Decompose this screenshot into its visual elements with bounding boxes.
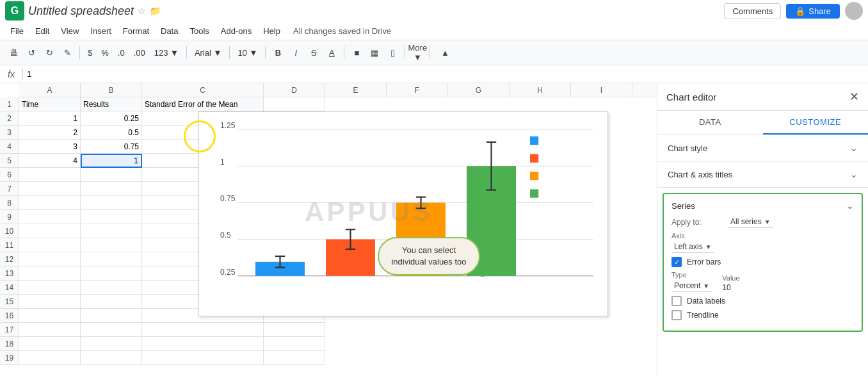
menu-insert[interactable]: Insert	[85, 25, 117, 37]
fill-color-button[interactable]: ■	[348, 44, 365, 61]
cell-b17[interactable]	[81, 323, 142, 337]
axis-dropdown[interactable]: Left axis ▼	[671, 241, 714, 253]
merge-cells-button[interactable]: ▯	[384, 44, 401, 61]
cell-d18[interactable]	[264, 337, 325, 351]
cell-a6[interactable]	[19, 168, 81, 182]
col-header-e[interactable]: E	[325, 83, 387, 97]
star-icon[interactable]: ☆	[138, 6, 146, 16]
col-header-g[interactable]: G	[448, 83, 510, 97]
cell-a4[interactable]: 3	[19, 140, 81, 154]
col-header-d[interactable]: D	[264, 83, 325, 97]
row-num-11[interactable]: 11	[0, 238, 19, 252]
cell-b9[interactable]	[81, 210, 142, 224]
menu-tools[interactable]: Tools	[184, 25, 214, 37]
cell-a17[interactable]	[19, 323, 81, 337]
cell-c19[interactable]	[142, 351, 264, 365]
document-title[interactable]: Untitled spreadsheet	[28, 4, 134, 18]
cell-d1[interactable]	[264, 97, 325, 111]
tab-customize[interactable]: CUSTOMIZE	[763, 111, 869, 135]
cell-a14[interactable]	[19, 281, 81, 295]
cell-b11[interactable]	[81, 238, 142, 252]
row-num-4[interactable]: 4	[0, 140, 19, 154]
editor-close-button[interactable]: ✕	[849, 90, 859, 104]
cell-b15[interactable]	[81, 295, 142, 309]
cell-c18[interactable]	[142, 337, 264, 351]
cell-d17[interactable]	[264, 323, 325, 337]
col-header-b[interactable]: B	[81, 83, 142, 97]
cell-b6[interactable]	[81, 168, 142, 182]
cell-a7[interactable]	[19, 182, 81, 196]
row-num-8[interactable]: 8	[0, 196, 19, 210]
cell-b18[interactable]	[81, 337, 142, 351]
paint-format-button[interactable]: ✎	[59, 44, 76, 61]
cell-a18[interactable]	[19, 337, 81, 351]
cell-a2[interactable]: 1	[19, 111, 81, 126]
font-family-button[interactable]: Arial ▼	[191, 47, 226, 59]
col-header-i[interactable]: I	[571, 83, 632, 97]
cell-a9[interactable]	[19, 210, 81, 224]
row-num-15[interactable]: 15	[0, 295, 19, 309]
row-num-10[interactable]: 10	[0, 224, 19, 238]
more-button[interactable]: More ▼	[409, 44, 426, 61]
row-num-12[interactable]: 12	[0, 252, 19, 266]
row-num-7[interactable]: 7	[0, 182, 19, 196]
currency-button[interactable]: $	[84, 47, 96, 59]
menu-addons[interactable]: Add-ons	[216, 25, 257, 37]
comments-button[interactable]: Comments	[724, 3, 781, 19]
row-num-3[interactable]: 3	[0, 126, 19, 140]
cell-a5[interactable]: 4	[19, 154, 81, 168]
folder-icon[interactable]: 📁	[150, 6, 161, 16]
cell-a8[interactable]	[19, 196, 81, 210]
cell-b7[interactable]	[81, 182, 142, 196]
cell-b2[interactable]: 0.25	[81, 111, 142, 126]
row-num-13[interactable]: 13	[0, 266, 19, 281]
row-num-17[interactable]: 17	[0, 323, 19, 337]
cell-c17[interactable]	[142, 323, 264, 337]
cell-b4[interactable]: 0.75	[81, 140, 142, 154]
expand-button[interactable]: ▲	[437, 44, 453, 61]
tab-data[interactable]: DATA	[657, 111, 763, 135]
menu-view[interactable]: View	[56, 25, 84, 37]
print-button[interactable]: 🖶	[5, 44, 22, 61]
cell-b8[interactable]	[81, 196, 142, 210]
decimal-decrease-button[interactable]: .0	[114, 47, 129, 59]
col-header-c[interactable]: C	[142, 83, 264, 97]
borders-button[interactable]: ▦	[366, 44, 383, 61]
formula-input[interactable]	[27, 69, 864, 79]
percent-button[interactable]: %	[97, 47, 113, 59]
row-num-9[interactable]: 9	[0, 210, 19, 224]
cell-b5[interactable]: 1	[81, 154, 142, 168]
type-dropdown[interactable]: Percent ▼	[671, 280, 712, 292]
menu-edit[interactable]: Edit	[30, 25, 54, 37]
row-num-16[interactable]: 16	[0, 309, 19, 323]
chart-container[interactable]: 1.25 1 0.75 0.5 0.25	[198, 111, 608, 316]
cell-a13[interactable]	[19, 266, 81, 281]
cell-b10[interactable]	[81, 224, 142, 238]
cell-c1[interactable]: Standard Error of the Mean	[142, 97, 264, 111]
row-num-5[interactable]: 5	[0, 154, 19, 168]
number-format-button[interactable]: 123 ▼	[150, 47, 182, 59]
strikethrough-button[interactable]: S	[305, 44, 322, 61]
series-chevron-icon[interactable]: ⌄	[846, 200, 854, 211]
cell-b14[interactable]	[81, 281, 142, 295]
row-num-6[interactable]: 6	[0, 168, 19, 182]
font-size-button[interactable]: 10 ▼	[234, 47, 261, 59]
cell-b1[interactable]: Results	[81, 97, 142, 111]
menu-help[interactable]: Help	[258, 25, 285, 37]
row-num-19[interactable]: 19	[0, 351, 19, 365]
bold-button[interactable]: B	[269, 44, 286, 61]
row-num-14[interactable]: 14	[0, 281, 19, 295]
menu-data[interactable]: Data	[156, 25, 183, 37]
chart-axis-titles-section[interactable]: Chart & axis titles ⌄	[657, 161, 868, 188]
decimal-increase-button[interactable]: .00	[130, 47, 149, 59]
cell-a12[interactable]	[19, 252, 81, 266]
col-header-f[interactable]: F	[387, 83, 448, 97]
cell-b13[interactable]	[81, 266, 142, 281]
cell-a15[interactable]	[19, 295, 81, 309]
cell-a11[interactable]	[19, 238, 81, 252]
cell-a19[interactable]	[19, 351, 81, 365]
row-num-2[interactable]: 2	[0, 111, 19, 126]
cell-a1[interactable]: Time	[19, 97, 81, 111]
italic-button[interactable]: I	[287, 44, 304, 61]
cell-a3[interactable]: 2	[19, 126, 81, 140]
